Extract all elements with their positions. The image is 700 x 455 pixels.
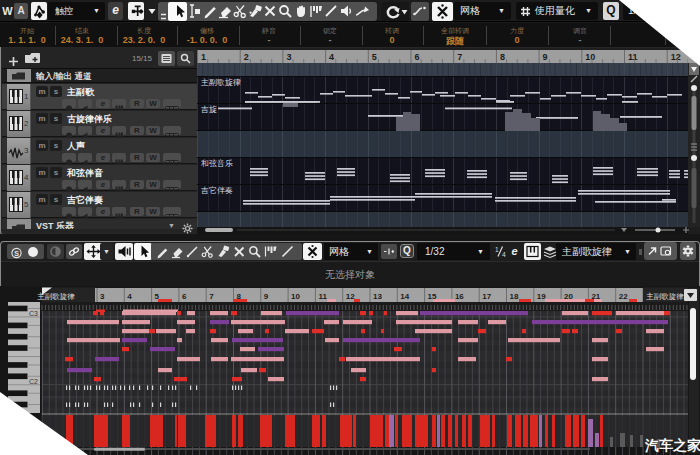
svg-text:5: 5 xyxy=(372,52,377,62)
svg-text:1: 1 xyxy=(201,52,206,62)
svg-text:吉它伴奏: 吉它伴奏 xyxy=(201,186,233,195)
svg-text:4: 4 xyxy=(127,292,132,301)
svg-text:16: 16 xyxy=(455,292,464,301)
svg-text:18: 18 xyxy=(510,292,519,301)
svg-text:S: S xyxy=(14,250,19,257)
svg-text:9: 9 xyxy=(264,292,269,301)
svg-text:11: 11 xyxy=(318,292,327,301)
svg-text:10: 10 xyxy=(291,292,300,301)
svg-text:13: 13 xyxy=(373,292,382,301)
svg-text:7: 7 xyxy=(209,292,214,301)
svg-text:7: 7 xyxy=(457,52,462,62)
svg-text:12: 12 xyxy=(671,52,681,62)
svg-text:C2: C2 xyxy=(29,378,38,385)
svg-text:和弦音乐: 和弦音乐 xyxy=(201,159,233,168)
svg-text:22: 22 xyxy=(619,292,628,301)
svg-text:2: 2 xyxy=(244,52,249,62)
svg-text:4: 4 xyxy=(502,251,506,258)
svg-text:8: 8 xyxy=(500,52,505,62)
svg-text:1: 1 xyxy=(495,246,499,253)
svg-text:12: 12 xyxy=(346,292,355,301)
svg-text:主副歌旋律: 主副歌旋律 xyxy=(646,292,684,301)
svg-text:6: 6 xyxy=(182,292,187,301)
svg-text:主副歌旋律: 主副歌旋律 xyxy=(200,78,241,87)
svg-text:主副歌旋律: 主副歌旋律 xyxy=(37,292,75,301)
svg-text:14: 14 xyxy=(400,292,409,301)
svg-text:11: 11 xyxy=(628,52,638,62)
svg-text:C3: C3 xyxy=(29,310,38,317)
svg-text:10: 10 xyxy=(585,52,595,62)
svg-text:17: 17 xyxy=(482,292,491,301)
svg-text:6: 6 xyxy=(415,52,420,62)
svg-text:3: 3 xyxy=(286,52,291,62)
svg-text:19: 19 xyxy=(537,292,546,301)
svg-text:9: 9 xyxy=(543,52,548,62)
svg-text:4: 4 xyxy=(329,52,334,62)
svg-text:3: 3 xyxy=(100,292,105,301)
svg-text:吉旋: 吉旋 xyxy=(201,105,217,114)
